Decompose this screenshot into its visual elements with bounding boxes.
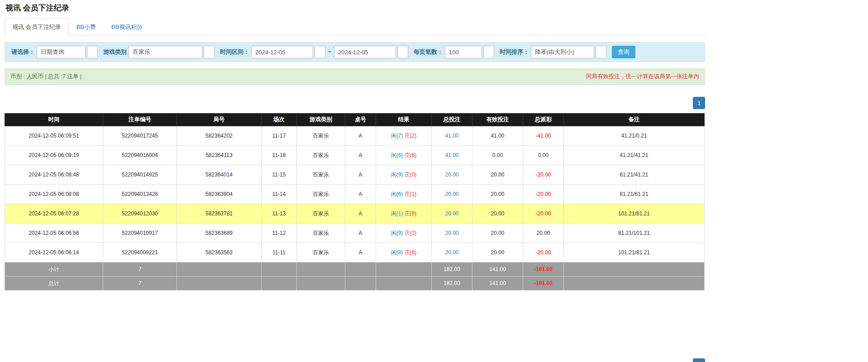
game-type-cell: 百家乐	[297, 185, 345, 204]
per-page-label: 每页笔数：	[414, 48, 443, 56]
time-sort-input[interactable]	[531, 46, 594, 58]
subtotal-valid-bet: 141.00	[472, 262, 523, 276]
bet-id-cell: 522094013426	[103, 185, 177, 204]
column-header-result: 结果	[376, 114, 432, 126]
table-row: 2024-12-05 06:08:08 522094013426 5823639…	[5, 185, 705, 204]
result-player: 闲(8)	[391, 249, 403, 256]
game-type-cell: 百家乐	[297, 165, 345, 185]
session-cell: 11-16	[262, 146, 297, 165]
time-cell: 2024-12-05 06:08:08	[5, 185, 103, 204]
date-from-input[interactable]	[251, 46, 313, 58]
round-cell: 582363563	[177, 243, 262, 262]
total-bet-cell: 41.00	[432, 146, 472, 165]
result-player: 闲(9)	[391, 230, 403, 236]
pagination-bottom: 1	[5, 358, 705, 362]
subtotal-total-bet: 182.00	[432, 262, 472, 276]
session-cell: 11-17	[262, 126, 297, 146]
valid-bet-cell: 20.00	[472, 204, 523, 224]
game-type-dropdown-toggle[interactable]	[204, 46, 215, 58]
header-row: 时间 注单编号 局号 场次 游戏类别 桌号 结果 总投注 有效投注 总派彩 备注	[5, 114, 705, 126]
round-cell: 582364202	[177, 126, 262, 146]
date-to-dropdown-toggle[interactable]	[397, 46, 408, 58]
payout-cell: -20.00	[523, 243, 564, 262]
result-cell: 闲(7) 庄(2)	[376, 126, 432, 146]
result-player: 闲(1)	[391, 210, 403, 217]
total-bet-link[interactable]: 20.00	[445, 249, 458, 256]
game-type-cell: 百家乐	[297, 224, 345, 243]
table-no-cell: A	[345, 243, 376, 262]
time-sort-dropdown-toggle[interactable]	[596, 46, 606, 58]
total-row: 总计 7 182.00 141.00 -101.00	[5, 276, 705, 291]
total-bet-link[interactable]: 41.00	[445, 133, 458, 139]
bet-id-cell: 522094009221	[103, 243, 177, 262]
tab-betting-records[interactable]: 视讯 会员下注纪录	[5, 19, 69, 36]
total-bet-cell: 41.00	[432, 126, 472, 146]
game-type-cell: 百家乐	[297, 243, 345, 262]
payout-cell: -20.00	[523, 185, 564, 204]
column-header-bet-id: 注单编号	[103, 114, 177, 126]
table-no-cell: A	[345, 165, 376, 185]
total-bet-cell: 20.00	[432, 185, 472, 204]
game-type-cell: 百家乐	[297, 126, 345, 146]
session-cell: 11-11	[262, 243, 297, 262]
result-banker: 庄(2)	[405, 133, 417, 139]
remark-cell: 101.21/81.21	[564, 243, 705, 262]
per-page-dropdown-toggle[interactable]	[483, 46, 494, 58]
total-bet-cell: 20.00	[432, 224, 472, 243]
payout-cell: 0.00	[523, 146, 564, 165]
game-type-input[interactable]	[129, 46, 202, 58]
total-bet-link[interactable]: 41.00	[445, 152, 458, 158]
total-bet-link[interactable]: 20.00	[445, 230, 458, 236]
result-cell: 闲(8) 庄(6)	[376, 243, 432, 262]
tab-bb-points[interactable]: BB视讯积分	[104, 19, 150, 36]
remark-cell: 81.21/101.21	[564, 224, 705, 243]
result-cell: 闲(6) 庄(6)	[376, 146, 432, 165]
game-type-cell: 百家乐	[297, 204, 345, 224]
round-cell: 582363904	[177, 185, 262, 204]
game-type-cell: 百家乐	[297, 146, 345, 165]
query-type-input[interactable]	[37, 46, 86, 58]
page-button-1[interactable]: 1	[693, 358, 705, 362]
query-type-dropdown-toggle[interactable]	[87, 46, 98, 58]
filter-bar: 请选择： 游戏类别 时间区间： ~ 每页笔数： 时间排序： 查询	[5, 42, 705, 62]
result-banker: 庄(6)	[405, 249, 417, 256]
per-page-input[interactable]	[445, 46, 482, 58]
time-cell: 2024-12-05 06:07:28	[5, 204, 103, 224]
result-cell: 闲(9) 庄(0)	[376, 165, 432, 185]
currency-total-text: 币别 : 人民币 | 总共 :7 注单 |	[10, 73, 81, 81]
column-header-session: 场次	[262, 114, 297, 126]
total-bet-link[interactable]: 20.00	[445, 191, 458, 197]
select-type-label: 请选择：	[11, 48, 35, 56]
page-button-1[interactable]: 1	[693, 97, 705, 109]
table-no-cell: A	[345, 146, 376, 165]
payout-cell: -20.00	[523, 165, 564, 185]
result-banker: 庄(0)	[405, 171, 417, 178]
page-title: 视讯 会员下注纪录	[5, 3, 705, 13]
time-cell: 2024-12-05 06:06:14	[5, 243, 103, 262]
remark-cell: 101.21/81.21	[564, 204, 705, 224]
table-no-cell: A	[345, 224, 376, 243]
time-cell: 2024-12-05 06:09:51	[5, 126, 103, 146]
date-to-input[interactable]	[334, 46, 396, 58]
range-separator: ~	[328, 49, 331, 55]
remark-cell: 41.21/0.21	[564, 126, 705, 146]
remark-cell: 41.21/41.21	[564, 146, 705, 165]
column-header-table-no: 桌号	[345, 114, 376, 126]
date-from-dropdown-toggle[interactable]	[315, 46, 325, 58]
result-player: 闲(6)	[391, 152, 403, 158]
result-banker: 庄(1)	[405, 191, 417, 197]
valid-bet-cell: 20.00	[472, 224, 523, 243]
column-header-valid-bet: 有效投注	[472, 114, 523, 126]
payout-cell: -41.00	[523, 126, 564, 146]
tab-bb-tips[interactable]: BB小费	[69, 19, 104, 36]
table-no-cell: A	[345, 204, 376, 224]
result-player: 闲(9)	[391, 171, 403, 178]
round-cell: 582364113	[177, 146, 262, 165]
result-player: 闲(6)	[391, 191, 403, 197]
total-bet-link[interactable]: 20.00	[445, 210, 458, 217]
column-header-round: 局号	[177, 114, 262, 126]
total-bet-link[interactable]: 20.00	[445, 171, 458, 178]
search-button[interactable]: 查询	[612, 46, 635, 58]
tab-bar: 视讯 会员下注纪录 BB小费 BB视讯积分	[5, 19, 705, 36]
table-row: 2024-12-05 06:06:56 522094010917 5823636…	[5, 224, 705, 243]
